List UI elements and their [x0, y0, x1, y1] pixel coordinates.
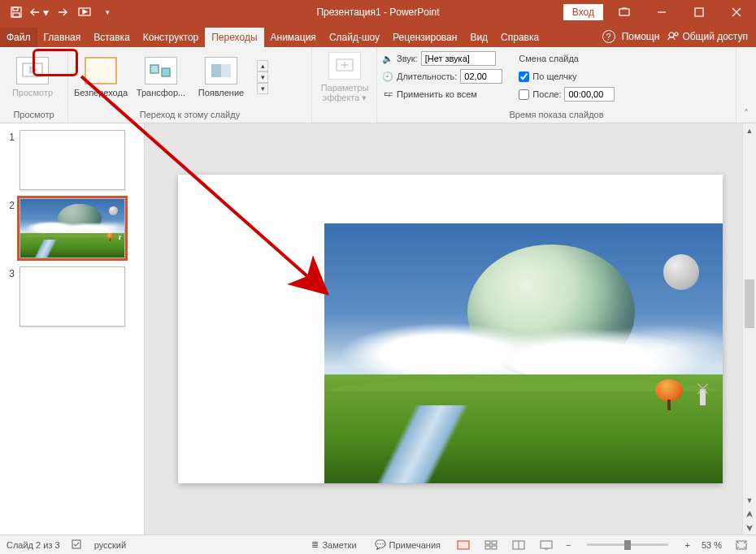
transition-none[interactable]: Безперехода — [73, 50, 128, 104]
minimize-icon[interactable] — [645, 0, 678, 24]
apply-all-button[interactable]: ⮓ Применить ко всем — [382, 86, 502, 102]
tab-animations[interactable]: Анимация — [264, 28, 323, 47]
effect-options-icon — [328, 52, 361, 80]
effect-options-button[interactable]: Параметры эффекта ▾ — [317, 50, 372, 104]
svg-rect-21 — [485, 546, 490, 549]
prev-slide-icon[interactable]: ⮝ — [743, 507, 756, 521]
slide-canvas[interactable] — [178, 175, 723, 483]
zoom-in-icon[interactable]: + — [684, 540, 689, 550]
slide-thumbnails-panel[interactable]: 1 2 3 — [0, 123, 145, 535]
thumb-preview — [20, 266, 125, 327]
svg-rect-25 — [541, 541, 552, 548]
collapse-ribbon-icon[interactable]: ˄ — [736, 47, 756, 123]
group-label-preview: Просмотр — [5, 108, 63, 121]
ribbon: Просмотр Просмотр Безперехода Трансфор..… — [0, 47, 756, 123]
tab-help[interactable]: Справка — [494, 28, 545, 47]
duration-input[interactable] — [460, 69, 502, 84]
slide-counter[interactable]: Слайд 2 из 3 — [7, 540, 60, 550]
slide-picture[interactable] — [324, 223, 723, 483]
spellcheck-icon[interactable] — [72, 539, 83, 552]
morph-icon — [145, 57, 177, 84]
slide-thumb-3[interactable]: 3 — [3, 266, 141, 327]
language-button[interactable]: русский — [94, 540, 126, 550]
share-button[interactable]: Общий доступ — [667, 31, 748, 42]
tab-home[interactable]: Главная — [37, 28, 88, 47]
slide-canvas-area[interactable]: ▲ ▼ ⮝ ⮟ — [145, 123, 756, 535]
gallery-up-icon[interactable]: ▴ — [257, 60, 268, 71]
tab-view[interactable]: Вид — [463, 28, 494, 47]
start-from-beginning-icon[interactable] — [75, 2, 94, 22]
svg-point-10 — [675, 32, 678, 36]
zoom-slider[interactable] — [587, 543, 668, 546]
maximize-icon[interactable] — [683, 0, 715, 24]
svg-rect-13 — [162, 68, 170, 76]
group-label-transition: Переход к этому слайду — [73, 108, 306, 121]
status-bar: Слайд 2 из 3 русский ≣Заметки 💬Примечани… — [0, 535, 756, 554]
on-click-label: По щелчку — [532, 71, 576, 81]
sound-dropdown[interactable] — [421, 51, 496, 66]
after-time-input[interactable] — [564, 87, 615, 102]
comments-button[interactable]: 💬Примечания — [371, 539, 445, 550]
advance-slide-label: Смена слайда — [519, 50, 615, 67]
ribbon-display-options-icon[interactable] — [608, 0, 641, 24]
save-icon[interactable] — [7, 2, 26, 22]
svg-point-9 — [669, 32, 674, 37]
svg-rect-2 — [13, 13, 20, 17]
svg-rect-19 — [485, 541, 490, 544]
tab-design[interactable]: Конструктор — [137, 28, 205, 47]
title-bar: ▾ ▾ Презентация1 - PowerPoint Вход — [0, 0, 756, 24]
slide-thumb-1[interactable]: 1 — [3, 130, 141, 190]
group-label-timing: Время показа слайдов — [382, 108, 731, 121]
zoom-level[interactable]: 53 % — [702, 540, 722, 550]
fit-to-window-icon[interactable] — [733, 539, 749, 552]
on-click-checkbox[interactable] — [519, 71, 529, 82]
after-label: После: — [532, 89, 561, 99]
tab-file[interactable]: Файл — [0, 28, 37, 47]
svg-rect-20 — [492, 541, 497, 544]
after-checkbox[interactable] — [519, 89, 529, 100]
gallery-down-icon[interactable]: ▾ — [257, 71, 268, 83]
tab-insert[interactable]: Вставка — [87, 28, 137, 47]
notes-button[interactable]: ≣Заметки — [308, 539, 359, 550]
sign-in-button[interactable]: Вход — [563, 4, 603, 20]
redo-icon[interactable] — [52, 2, 72, 22]
transition-morph[interactable]: Трансфор... — [133, 50, 189, 104]
scroll-down-icon[interactable]: ▼ — [743, 493, 756, 507]
duration-row: 🕘 Длительность: — [382, 68, 502, 84]
notes-icon: ≣ — [311, 539, 319, 550]
tab-review[interactable]: Рецензирован — [386, 28, 463, 47]
undo-icon[interactable]: ▾ — [29, 2, 49, 22]
svg-rect-18 — [458, 541, 469, 549]
svg-rect-4 — [619, 9, 629, 15]
preview-button[interactable]: Просмотр — [5, 50, 60, 104]
slideshow-view-icon[interactable] — [538, 539, 554, 552]
quick-access-toolbar: ▾ ▾ — [0, 2, 124, 22]
scroll-thumb[interactable] — [745, 279, 754, 328]
svg-rect-1 — [13, 7, 18, 11]
ribbon-tabs: Файл Главная Вставка Конструктор Переход… — [0, 24, 756, 47]
qat-customize-icon[interactable]: ▾ — [98, 2, 117, 22]
workspace: 1 2 3 ▲ ▼ ⮝ ⮟ — [0, 123, 756, 535]
share-icon — [667, 31, 679, 42]
normal-view-icon[interactable] — [455, 539, 471, 552]
tab-transitions[interactable]: Переходы — [205, 28, 263, 47]
tell-me-button[interactable]: ?Помощн — [602, 30, 660, 43]
svg-rect-12 — [150, 65, 159, 73]
slide-thumb-2[interactable]: 2 — [3, 198, 141, 258]
clock-icon: 🕘 — [382, 71, 393, 82]
none-icon — [85, 57, 117, 84]
vertical-scrollbar[interactable]: ▲ ▼ ⮝ ⮟ — [742, 123, 756, 535]
zoom-out-icon[interactable]: − — [566, 540, 571, 550]
sorter-view-icon[interactable] — [483, 539, 499, 552]
scroll-up-icon[interactable]: ▲ — [743, 123, 756, 137]
reading-view-icon[interactable] — [511, 539, 527, 552]
svg-rect-22 — [492, 546, 497, 549]
gallery-more-icon[interactable]: ▾ — [257, 83, 268, 94]
tab-slideshow[interactable]: Слайд-шоу — [323, 28, 386, 47]
thumb-preview — [20, 130, 125, 190]
transition-fade[interactable]: Появление — [193, 50, 249, 104]
next-slide-icon[interactable]: ⮟ — [743, 521, 756, 535]
thumb-preview — [20, 198, 125, 258]
apply-all-icon: ⮓ — [382, 89, 393, 99]
close-icon[interactable] — [720, 0, 753, 24]
